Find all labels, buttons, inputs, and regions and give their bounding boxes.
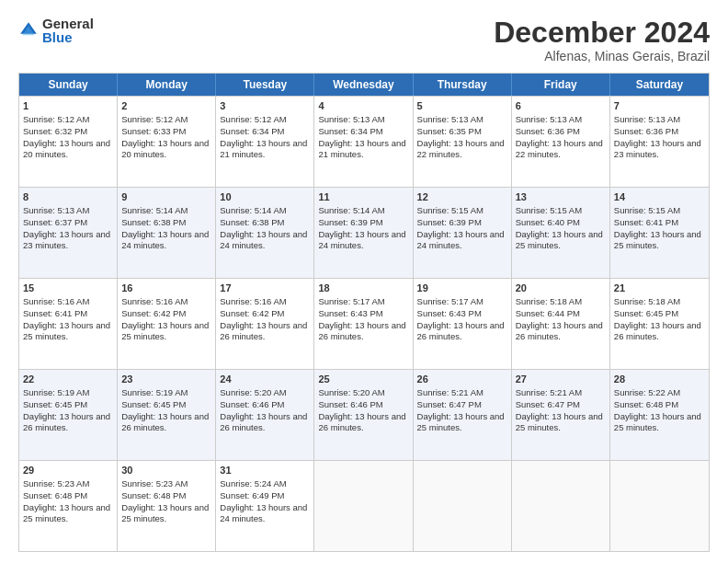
header: General Blue December 2024 Alfenas, Mina… [18, 17, 710, 63]
sunrise-text: Sunrise: 5:18 AM [614, 296, 680, 306]
daylight-text: Daylight: 13 hours and 25 minutes. [614, 411, 701, 433]
daylight-text: Daylight: 13 hours and 23 minutes. [614, 138, 701, 160]
day-number: 7 [614, 99, 705, 113]
calendar-cell-28: 28Sunrise: 5:22 AMSunset: 6:48 PMDayligh… [610, 370, 709, 460]
month-title: December 2024 [494, 17, 710, 49]
daylight-text: Daylight: 13 hours and 21 minutes. [220, 138, 307, 160]
day-number: 18 [318, 282, 408, 295]
sunset-text: Sunset: 6:33 PM [121, 126, 186, 136]
sunset-text: Sunset: 6:34 PM [318, 126, 382, 136]
sunrise-text: Sunrise: 5:14 AM [220, 205, 286, 215]
sunrise-text: Sunrise: 5:16 AM [23, 296, 89, 306]
logo-general: General [42, 17, 94, 30]
header-day-monday: Monday [118, 74, 216, 96]
header-day-saturday: Saturday [610, 74, 709, 96]
calendar-header: SundayMondayTuesdayWednesdayThursdayFrid… [19, 74, 709, 96]
daylight-text: Daylight: 13 hours and 25 minutes. [614, 229, 701, 251]
sunrise-text: Sunrise: 5:13 AM [516, 114, 582, 124]
calendar-cell-empty [512, 461, 610, 551]
sunset-text: Sunset: 6:48 PM [121, 490, 186, 500]
calendar-cell-3: 3Sunrise: 5:12 AMSunset: 6:34 PMDaylight… [216, 97, 314, 187]
sunrise-text: Sunrise: 5:15 AM [516, 205, 582, 215]
sunset-text: Sunset: 6:45 PM [23, 399, 87, 409]
daylight-text: Daylight: 13 hours and 23 minutes. [23, 229, 110, 251]
daylight-text: Daylight: 13 hours and 24 minutes. [220, 502, 307, 524]
header-day-friday: Friday [512, 74, 610, 96]
daylight-text: Daylight: 13 hours and 20 minutes. [23, 138, 110, 160]
daylight-text: Daylight: 13 hours and 25 minutes. [23, 320, 110, 342]
day-number: 15 [23, 282, 113, 295]
sunset-text: Sunset: 6:35 PM [417, 126, 482, 136]
daylight-text: Daylight: 13 hours and 24 minutes. [318, 229, 405, 251]
daylight-text: Daylight: 13 hours and 26 minutes. [318, 320, 405, 342]
calendar-cell-17: 17Sunrise: 5:16 AMSunset: 6:42 PMDayligh… [216, 279, 314, 369]
calendar-cell-empty [314, 461, 413, 551]
sunset-text: Sunset: 6:36 PM [516, 126, 580, 136]
daylight-text: Daylight: 13 hours and 25 minutes. [417, 411, 505, 433]
day-number: 9 [121, 190, 211, 204]
calendar-cell-12: 12Sunrise: 5:15 AMSunset: 6:39 PMDayligh… [414, 188, 512, 278]
sunset-text: Sunset: 6:43 PM [417, 308, 482, 318]
day-number: 31 [220, 464, 310, 477]
day-number: 20 [516, 282, 606, 295]
header-day-tuesday: Tuesday [216, 74, 314, 96]
calendar-cell-16: 16Sunrise: 5:16 AMSunset: 6:42 PMDayligh… [118, 279, 216, 369]
sunrise-text: Sunrise: 5:12 AM [23, 114, 89, 124]
sunrise-text: Sunrise: 5:12 AM [121, 114, 188, 124]
daylight-text: Daylight: 13 hours and 25 minutes. [121, 320, 209, 342]
calendar-cell-24: 24Sunrise: 5:20 AMSunset: 6:46 PMDayligh… [216, 370, 314, 460]
calendar-cell-7: 7Sunrise: 5:13 AMSunset: 6:36 PMDaylight… [610, 97, 709, 187]
calendar-cell-8: 8Sunrise: 5:13 AMSunset: 6:37 PMDaylight… [19, 188, 118, 278]
daylight-text: Daylight: 13 hours and 26 minutes. [121, 411, 209, 433]
sunrise-text: Sunrise: 5:18 AM [516, 296, 582, 306]
day-number: 12 [417, 190, 507, 204]
day-number: 30 [121, 464, 211, 477]
calendar-cell-6: 6Sunrise: 5:13 AMSunset: 6:36 PMDaylight… [512, 97, 610, 187]
sunset-text: Sunset: 6:32 PM [23, 126, 87, 136]
day-number: 6 [516, 99, 606, 113]
sunset-text: Sunset: 6:49 PM [220, 490, 284, 500]
logo: General Blue [18, 17, 94, 44]
sunset-text: Sunset: 6:44 PM [516, 308, 580, 318]
calendar-week-4: 22Sunrise: 5:19 AMSunset: 6:45 PMDayligh… [19, 369, 709, 460]
daylight-text: Daylight: 13 hours and 26 minutes. [614, 320, 701, 342]
sunrise-text: Sunrise: 5:15 AM [614, 205, 680, 215]
calendar-cell-4: 4Sunrise: 5:13 AMSunset: 6:34 PMDaylight… [314, 97, 413, 187]
calendar: SundayMondayTuesdayWednesdayThursdayFrid… [18, 73, 710, 552]
daylight-text: Daylight: 13 hours and 24 minutes. [417, 229, 505, 251]
sunrise-text: Sunrise: 5:13 AM [614, 114, 680, 124]
calendar-body: 1Sunrise: 5:12 AMSunset: 6:32 PMDaylight… [19, 96, 709, 551]
day-number: 4 [318, 99, 408, 113]
sunrise-text: Sunrise: 5:13 AM [23, 205, 89, 215]
sunset-text: Sunset: 6:39 PM [318, 217, 382, 227]
sunrise-text: Sunrise: 5:20 AM [220, 387, 286, 397]
calendar-cell-13: 13Sunrise: 5:15 AMSunset: 6:40 PMDayligh… [512, 188, 610, 278]
calendar-cell-31: 31Sunrise: 5:24 AMSunset: 6:49 PMDayligh… [216, 461, 314, 551]
calendar-cell-2: 2Sunrise: 5:12 AMSunset: 6:33 PMDaylight… [118, 97, 216, 187]
day-number: 21 [614, 282, 705, 295]
day-number: 17 [220, 282, 310, 295]
sunset-text: Sunset: 6:41 PM [23, 308, 87, 318]
daylight-text: Daylight: 13 hours and 26 minutes. [417, 320, 505, 342]
sunrise-text: Sunrise: 5:13 AM [318, 114, 384, 124]
calendar-cell-22: 22Sunrise: 5:19 AMSunset: 6:45 PMDayligh… [19, 370, 118, 460]
header-day-wednesday: Wednesday [314, 74, 413, 96]
sunrise-text: Sunrise: 5:16 AM [121, 296, 188, 306]
day-number: 27 [516, 373, 606, 386]
sunset-text: Sunset: 6:42 PM [220, 308, 284, 318]
sunset-text: Sunset: 6:36 PM [614, 126, 678, 136]
logo-blue: Blue [42, 30, 94, 44]
calendar-cell-empty [414, 461, 512, 551]
daylight-text: Daylight: 13 hours and 25 minutes. [516, 229, 603, 251]
daylight-text: Daylight: 13 hours and 24 minutes. [121, 229, 209, 251]
day-number: 10 [220, 190, 310, 204]
day-number: 24 [220, 373, 310, 386]
sunset-text: Sunset: 6:47 PM [417, 399, 482, 409]
calendar-week-1: 1Sunrise: 5:12 AMSunset: 6:32 PMDaylight… [19, 96, 709, 187]
sunset-text: Sunset: 6:43 PM [318, 308, 382, 318]
day-number: 16 [121, 282, 211, 295]
sunset-text: Sunset: 6:37 PM [23, 217, 87, 227]
daylight-text: Daylight: 13 hours and 26 minutes. [516, 320, 603, 342]
sunrise-text: Sunrise: 5:14 AM [318, 205, 384, 215]
sunset-text: Sunset: 6:42 PM [121, 308, 186, 318]
